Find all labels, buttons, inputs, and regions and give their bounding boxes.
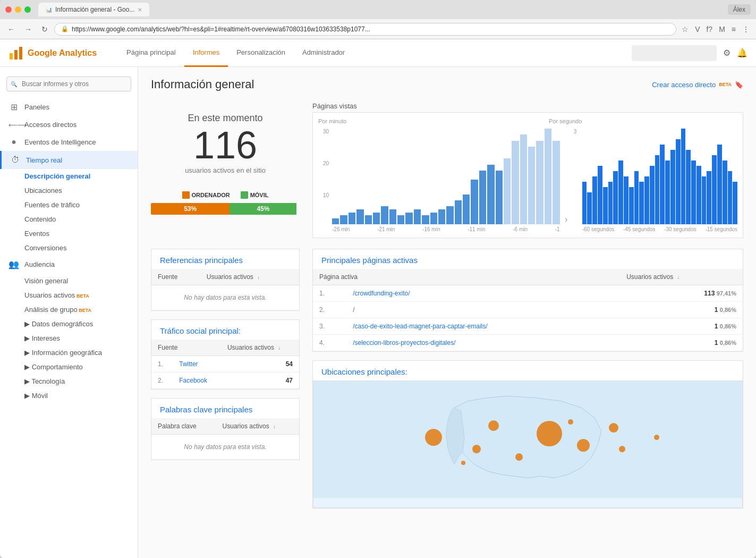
table-row: 1. Twitter 54 [151, 356, 299, 373]
trafico-social-title[interactable]: Tráfico social principal: [151, 320, 299, 340]
second-bar [733, 182, 737, 224]
minute-bar [536, 141, 543, 225]
sidebar: ⊞ Paneles ⟵⟶ Accesos directos ● Eventos … [0, 67, 138, 558]
sidebar-sub-comportamiento[interactable]: ▶ Comportamiento [24, 360, 138, 374]
ext4-icon[interactable]: ≡ [729, 24, 738, 35]
map-dot [577, 439, 590, 452]
forward-button[interactable]: → [21, 23, 35, 36]
sidebar-item-paneles[interactable]: ⊞ Paneles [0, 98, 138, 116]
header-right: ⚙ 🔔 [632, 45, 747, 61]
sidebar-sub-vision-general[interactable]: Visión general [24, 274, 138, 288]
sidebar-sub-descripcion-general[interactable]: Descripción general [24, 169, 138, 183]
sidebar-sub-analisis-grupo[interactable]: Análisis de grupo BETA [24, 302, 138, 317]
close-button[interactable] [5, 6, 12, 13]
twitter-link[interactable]: Twitter [173, 356, 221, 373]
second-bar [603, 187, 608, 224]
minute-bar [455, 200, 462, 224]
chart-panel: Páginas vistas Por minuto Por segundo 30 [312, 102, 743, 238]
star-icon[interactable]: ☆ [679, 24, 691, 35]
map-dot [425, 429, 442, 446]
ext1-icon[interactable]: V [693, 24, 702, 35]
facebook-link[interactable]: Facebook [173, 373, 221, 389]
sidebar-sub-contenido[interactable]: Contenido [24, 212, 138, 226]
refresh-button[interactable]: ↻ [38, 23, 51, 36]
pagina-count-2: 1 0,86% [620, 302, 743, 318]
maximize-button[interactable] [24, 6, 31, 13]
sidebar-sub-ubicaciones[interactable]: Ubicaciones [24, 183, 138, 198]
ext3-icon[interactable]: M [717, 24, 727, 35]
user-sub: usuarios activos en el sitio [162, 166, 289, 174]
sidebar-sub-audiencia: Visión general Usuarios activos BETA Aná… [0, 274, 138, 403]
profile-dropdown[interactable] [632, 45, 717, 61]
sidebar-item-accesos-directos[interactable]: ⟵⟶ Accesos directos [0, 116, 138, 133]
map-dot [654, 435, 659, 440]
ga-application: Google Analytics Página principal Inform… [0, 39, 756, 558]
sort-icon-paginas[interactable]: ↓ [677, 274, 680, 280]
nav-pagina-principal[interactable]: Página principal [118, 39, 184, 67]
second-bar [670, 150, 675, 224]
referencias-title[interactable]: Referencias principales [151, 249, 299, 269]
audiencia-icon: 👥 [9, 259, 19, 269]
y-labels-sec: 3 [573, 129, 581, 224]
nav-personalizacion[interactable]: Personalización [228, 39, 294, 67]
sidebar-sub-eventos[interactable]: Eventos [24, 226, 138, 241]
pagina-num-4: 4. [313, 335, 346, 351]
minute-bar [496, 171, 503, 224]
sidebar-sub-usuarios-activos[interactable]: Usuarios activos BETA [24, 288, 138, 302]
browser-tab[interactable]: 📊 Información general - Goo... ✕ [38, 3, 149, 16]
nav-administrador[interactable]: Administrador [294, 39, 353, 67]
pagina-link-4[interactable]: /seleccion-libros-proyectos-digitales/ [346, 335, 620, 351]
second-bar [728, 171, 733, 224]
pagina-num-2: 2. [313, 302, 346, 318]
notifications-icon[interactable]: 🔔 [737, 48, 747, 58]
ubicaciones-section: Ubicaciones principales: [312, 360, 743, 509]
nav-informes[interactable]: Informes [184, 39, 228, 67]
sidebar-sub-datos-demograficos[interactable]: ▶ Datos demográficos [24, 317, 138, 331]
search-input[interactable] [6, 77, 131, 91]
sort-icon-trafico[interactable]: ↓ [278, 345, 281, 351]
minute-bar [356, 209, 363, 224]
pagina-link-2[interactable]: / [346, 302, 620, 318]
back-button[interactable]: ← [4, 23, 18, 36]
realtime-top: En este momento 116 usuarios activos en … [151, 102, 743, 238]
ubicaciones-title[interactable]: Ubicaciones principales: [313, 361, 743, 381]
sidebar-sub-tecnologia[interactable]: ▶ Tecnología [24, 374, 138, 388]
url-bar[interactable]: 🔒 https://www.google.com/analytics/web/?… [54, 23, 676, 36]
sidebar-sub-movil[interactable]: ▶ Móvil [24, 388, 138, 403]
sidebar-sub-fuentes-trafico[interactable]: Fuentes de tráfico [24, 198, 138, 212]
map-dot [568, 419, 573, 425]
second-bar [639, 182, 644, 224]
second-bar [618, 160, 623, 224]
accesos-icon: ⟵⟶ [9, 121, 19, 129]
palabras-clave-title[interactable]: Palabras clave principales [151, 399, 299, 418]
chart-divider[interactable]: › [561, 215, 572, 224]
second-bar [712, 155, 717, 224]
sidebar-sub-info-geografica[interactable]: ▶ Información geográfica [24, 345, 138, 360]
map-dot [537, 421, 562, 446]
shortcut-icon: 🔖 [735, 81, 743, 89]
second-bar [650, 166, 655, 224]
create-access-link[interactable]: Crear acceso directo BETA 🔖 [652, 81, 743, 89]
twitter-count: 54 [221, 356, 299, 373]
second-bar [592, 176, 597, 224]
menu-icon[interactable]: ⋮ [740, 24, 752, 35]
second-bar [582, 182, 587, 224]
pagina-link-1[interactable]: /crowdfunding-exito/ [346, 285, 620, 302]
page-title: Información general [151, 78, 254, 91]
settings-icon[interactable]: ⚙ [723, 48, 730, 58]
sidebar-sub-conversiones[interactable]: Conversiones [24, 241, 138, 255]
tab-close-button[interactable]: ✕ [138, 7, 142, 13]
sort-icon-palabras[interactable]: ↓ [273, 424, 276, 429]
referencias-col-fuente: Fuente [151, 269, 200, 285]
sidebar-item-eventos-intelligence[interactable]: ● Eventos de Intelligence [0, 133, 138, 151]
paginas-activas-title[interactable]: Principales páginas activas [313, 249, 743, 269]
sidebar-sub-intereses[interactable]: ▶ Intereses [24, 331, 138, 345]
page-header: Información general Crear acceso directo… [151, 78, 743, 91]
ext2-icon[interactable]: f? [704, 24, 715, 35]
minimize-button[interactable] [15, 6, 21, 13]
sidebar-item-audiencia[interactable]: 👥 Audiencia [0, 255, 138, 274]
sort-icon-referencias[interactable]: ↓ [257, 274, 260, 280]
pagina-link-3[interactable]: /caso-de-exito-lead-magnet-para-captar-e… [346, 318, 620, 335]
minute-bar [545, 129, 551, 224]
sidebar-item-tiempo-real[interactable]: ⏱ Tiempo real [0, 151, 138, 169]
